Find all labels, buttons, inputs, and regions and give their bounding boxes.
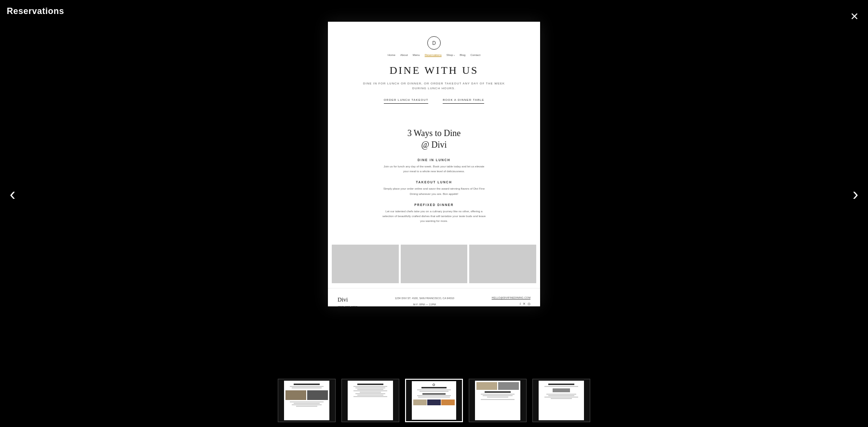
book-dinner-btn[interactable]: BOOK A DINNER TABLE [443, 98, 484, 104]
next-arrow-button[interactable]: › [853, 184, 858, 205]
thumbnail-5[interactable] [532, 379, 590, 422]
nav-contact[interactable]: Contact [470, 54, 480, 56]
nav-menu[interactable]: Menu [413, 54, 420, 56]
footer-phone: (315) 392-6208 [338, 305, 357, 306]
footer-social: f ✕ ◎ [492, 302, 530, 306]
facebook-icon[interactable]: f [520, 302, 521, 306]
ways-item-3-title: PREFIXED DINNER [342, 203, 526, 207]
page-title: Reservations [7, 6, 64, 16]
ways-item-2-title: TAKEOUT LUNCH [342, 180, 526, 184]
sub-heading: DINE IN FOR LUNCH OR DINNER, OR ORDER TA… [342, 82, 526, 91]
main-heading: DINE WITH US [342, 64, 526, 77]
twitter-icon[interactable]: ✕ [523, 302, 526, 306]
footer-brand: Divi [338, 296, 357, 303]
photo-drinks [401, 245, 468, 283]
instagram-icon[interactable]: ◎ [528, 302, 530, 306]
ways-item-1: DINE IN LUNCH Join us for lunch any day … [342, 158, 526, 174]
ways-item-1-desc: Join us for lunch any day of the week. B… [381, 164, 487, 174]
footer-center: 1234 DIVI ST. #100, SAN FRANCISCO, CA 94… [395, 296, 454, 306]
ways-item-2-desc: Simply place your order online and savor… [381, 186, 487, 196]
footer-right: HELLO@DIVIFINEDINING.COM f ✕ ◎ [492, 296, 530, 306]
nav-reservations[interactable]: Reservations [425, 54, 442, 56]
ways-item-2: TAKEOUT LUNCH Simply place your order on… [342, 180, 526, 196]
thumbnail-1[interactable] [278, 379, 336, 422]
main-preview: D Home About Menu Reservations Shop › Bl… [328, 22, 540, 306]
ways-item-3: PREFIXED DINNER Let our talented chefs t… [342, 203, 526, 224]
ways-item-1-title: DINE IN LUNCH [342, 158, 526, 162]
ways-heading: 3 Ways to Dine@ Divi [342, 128, 526, 151]
ways-section: 3 Ways to Dine@ Divi DINE IN LUNCH Join … [328, 118, 540, 240]
footer-hours: M-F: 8PM — 11PM S-S: 3PM — 12AM [395, 303, 454, 306]
order-lunch-btn[interactable]: ORDER LUNCH TAKEOUT [384, 98, 428, 104]
photo-food [469, 245, 536, 283]
thumbnail-4[interactable] [469, 379, 527, 422]
footer-left: Divi (315) 392-6208 [338, 296, 357, 306]
thumbnail-strip [278, 379, 590, 422]
thumbnail-2[interactable] [341, 379, 399, 422]
footer-hours-weekday: M-F: 8PM — 11PM [395, 303, 454, 306]
page-header: D Home About Menu Reservations Shop › Bl… [328, 22, 540, 118]
nav-blog[interactable]: Blog [460, 54, 465, 56]
photo-grid [328, 240, 540, 288]
photo-table [332, 245, 399, 283]
page-nav: Home About Menu Reservations Shop › Blog… [342, 54, 526, 56]
nav-shop[interactable]: Shop › [447, 54, 455, 56]
divi-logo: D [427, 36, 441, 50]
footer-email: HELLO@DIVIFINEDINING.COM [492, 296, 530, 299]
page-footer: Divi (315) 392-6208 1234 DIVI ST. #100, … [328, 288, 540, 306]
footer-address: 1234 DIVI ST. #100, SAN FRANCISCO, CA 94… [395, 296, 454, 301]
page-content: D Home About Menu Reservations Shop › Bl… [328, 22, 540, 306]
close-button[interactable]: × [851, 10, 858, 23]
ways-item-3-desc: Let our talented chefs take you on a cul… [381, 209, 487, 224]
prev-arrow-button[interactable]: ‹ [10, 184, 15, 205]
thumbnail-3[interactable] [405, 379, 463, 422]
cta-buttons: ORDER LUNCH TAKEOUT BOOK A DINNER TABLE [342, 98, 526, 104]
nav-about[interactable]: About [400, 54, 408, 56]
nav-home[interactable]: Home [388, 54, 395, 56]
